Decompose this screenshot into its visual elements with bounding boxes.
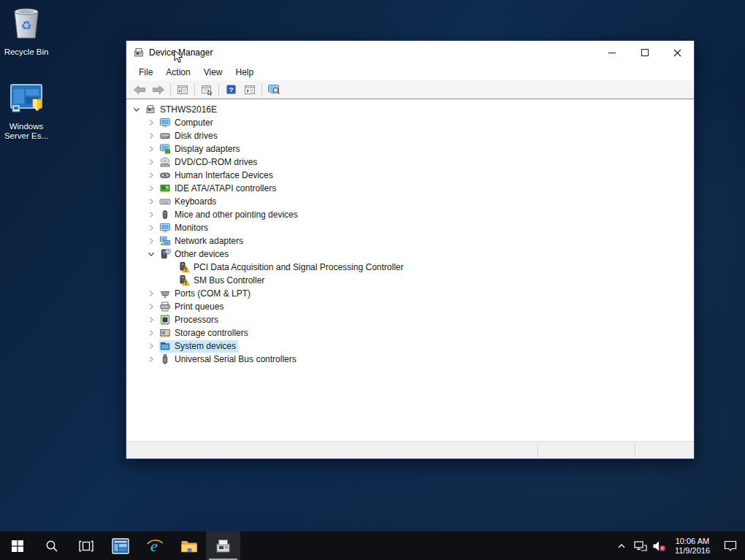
- tree-item-label: Monitors: [175, 222, 208, 234]
- menu-action[interactable]: Action: [159, 65, 196, 80]
- expander-collapsed-icon[interactable]: [145, 117, 157, 129]
- tree-item[interactable]: IDE ATA/ATAPI controllers: [126, 182, 694, 195]
- recycle-bin-icon: ♻: [0, 4, 55, 45]
- close-button[interactable]: [661, 41, 694, 64]
- tree-entry[interactable]: SM Bus Controller: [178, 275, 267, 287]
- tree-item[interactable]: STHWS2016E: [126, 103, 694, 116]
- tree-item-label: Disk drives: [175, 130, 218, 142]
- expander-expanded-icon[interactable]: [145, 248, 157, 260]
- expander-collapsed-icon[interactable]: [145, 327, 157, 339]
- scan-hardware-changes-button[interactable]: [264, 82, 283, 98]
- tree-entry[interactable]: STHWS2016E: [145, 104, 219, 116]
- taskbar-server-manager-button[interactable]: [103, 532, 137, 560]
- tree-entry[interactable]: Mice and other pointing devices: [159, 209, 300, 221]
- help-button[interactable]: ?: [221, 82, 240, 98]
- tree-item[interactable]: Storage controllers: [126, 326, 694, 340]
- expander-collapsed-icon[interactable]: [145, 314, 157, 326]
- minimize-button[interactable]: [595, 41, 628, 64]
- forward-button[interactable]: [149, 82, 168, 98]
- tree-item[interactable]: PCI Data Acquisition and Signal Processi…: [126, 261, 694, 274]
- expander-collapsed-icon[interactable]: [145, 169, 157, 181]
- tree-item[interactable]: Processors: [126, 313, 694, 326]
- tree-entry[interactable]: Disk drives: [159, 130, 220, 142]
- taskbar-file-explorer-button[interactable]: [172, 532, 206, 560]
- tree-entry[interactable]: Keyboards: [159, 196, 218, 208]
- taskbar-internet-explorer-button[interactable]: e: [137, 532, 172, 560]
- tree-entry[interactable]: Network adapters: [159, 235, 245, 248]
- expander-collapsed-icon[interactable]: [145, 301, 157, 312]
- expander-expanded-icon[interactable]: [131, 104, 142, 115]
- tree-entry[interactable]: ?Other devices: [159, 248, 231, 261]
- device-manager-window-icon: [133, 47, 145, 58]
- processor-icon: [159, 314, 171, 326]
- taskbar: e 10:06 AM 11/9/2016: [0, 532, 745, 560]
- tree-entry[interactable]: Human Interface Devices: [159, 169, 275, 182]
- tree-entry[interactable]: Display adapters: [159, 143, 242, 156]
- tree-item[interactable]: Print queues: [126, 300, 694, 313]
- tree-item[interactable]: Ports (COM & LPT): [126, 287, 694, 300]
- expander-placeholder: [164, 275, 176, 286]
- properties-button[interactable]: [197, 82, 216, 98]
- tree-item[interactable]: SM Bus Controller: [126, 274, 694, 287]
- expander-collapsed-icon[interactable]: [145, 222, 157, 234]
- tree-item[interactable]: DVD/CD-ROM drives: [126, 156, 694, 169]
- tree-item[interactable]: ?Other devices: [126, 248, 694, 261]
- tree-entry[interactable]: PCI Data Acquisition and Signal Processi…: [178, 261, 405, 274]
- tree-entry[interactable]: DVD/CD-ROM drives: [159, 156, 259, 169]
- tree-item[interactable]: Disk drives: [126, 129, 694, 142]
- expander-collapsed-icon[interactable]: [145, 143, 157, 155]
- devices-by-type-button[interactable]: [240, 82, 259, 98]
- maximize-button[interactable]: [628, 41, 661, 64]
- tray-network-button[interactable]: [631, 532, 650, 560]
- expander-collapsed-icon[interactable]: [145, 340, 157, 352]
- expander-collapsed-icon[interactable]: [145, 130, 157, 142]
- titlebar[interactable]: Device Manager: [126, 41, 694, 64]
- tree-entry[interactable]: Computer: [159, 117, 215, 129]
- tree-item[interactable]: Network adapters: [126, 234, 694, 248]
- tree-entry-selected[interactable]: System devices: [159, 340, 238, 353]
- menu-help[interactable]: Help: [229, 65, 261, 80]
- show-console-tree-button[interactable]: [173, 82, 192, 98]
- expander-collapsed-icon[interactable]: [145, 209, 157, 220]
- expander-collapsed-icon[interactable]: [145, 235, 157, 247]
- expander-collapsed-icon[interactable]: [145, 196, 157, 207]
- usb-controller-icon: [159, 353, 171, 365]
- tree-entry[interactable]: Storage controllers: [159, 327, 251, 340]
- expander-collapsed-icon[interactable]: [145, 353, 157, 365]
- tree-item[interactable]: System devices: [126, 340, 694, 353]
- tray-volume-muted-button[interactable]: [650, 532, 669, 560]
- taskbar-device-manager-button[interactable]: [206, 532, 240, 560]
- taskbar-task-view-button[interactable]: [69, 532, 103, 560]
- back-button[interactable]: [130, 82, 149, 98]
- expander-collapsed-icon[interactable]: [145, 156, 157, 168]
- tree-item[interactable]: Monitors: [126, 221, 694, 234]
- taskbar-start-button[interactable]: [0, 532, 34, 560]
- tree-item[interactable]: Display adapters: [126, 142, 694, 156]
- tree-item[interactable]: Human Interface Devices: [126, 169, 694, 182]
- tree-item[interactable]: Mice and other pointing devices: [126, 208, 694, 221]
- status-bar: [126, 441, 694, 459]
- taskbar-clock[interactable]: 10:06 AM 11/9/2016: [669, 537, 716, 556]
- action-center-button[interactable]: [716, 532, 745, 560]
- expander-collapsed-icon[interactable]: [145, 183, 157, 194]
- tree-item[interactable]: Computer: [126, 116, 694, 129]
- printer-icon: [159, 301, 171, 312]
- tree-item[interactable]: Universal Serial Bus controllers: [126, 353, 694, 366]
- toolbar-separator: [261, 83, 262, 96]
- expander-collapsed-icon[interactable]: [145, 288, 157, 299]
- tree-entry[interactable]: Ports (COM & LPT): [159, 288, 253, 300]
- desktop-icon-label: Recycle Bin: [0, 47, 55, 57]
- tree-entry[interactable]: IDE ATA/ATAPI controllers: [159, 183, 278, 195]
- tree-entry[interactable]: Processors: [159, 314, 221, 326]
- taskbar-search-button[interactable]: [34, 532, 69, 560]
- tree-item[interactable]: Keyboards: [126, 195, 694, 208]
- tray-hidden-icons-button[interactable]: [612, 532, 631, 560]
- tree-entry[interactable]: Universal Serial Bus controllers: [159, 353, 299, 366]
- menu-file[interactable]: File: [132, 65, 159, 80]
- tree-entry[interactable]: Monitors: [159, 222, 210, 234]
- menu-view[interactable]: View: [197, 65, 229, 80]
- desktop-icon-windows-server-essentials[interactable]: WindowsServer Es...: [0, 80, 55, 141]
- unknown-device-warning-icon: [178, 261, 190, 273]
- tree-entry[interactable]: Print queues: [159, 301, 226, 313]
- desktop-icon-recycle-bin[interactable]: ♻Recycle Bin: [0, 4, 55, 57]
